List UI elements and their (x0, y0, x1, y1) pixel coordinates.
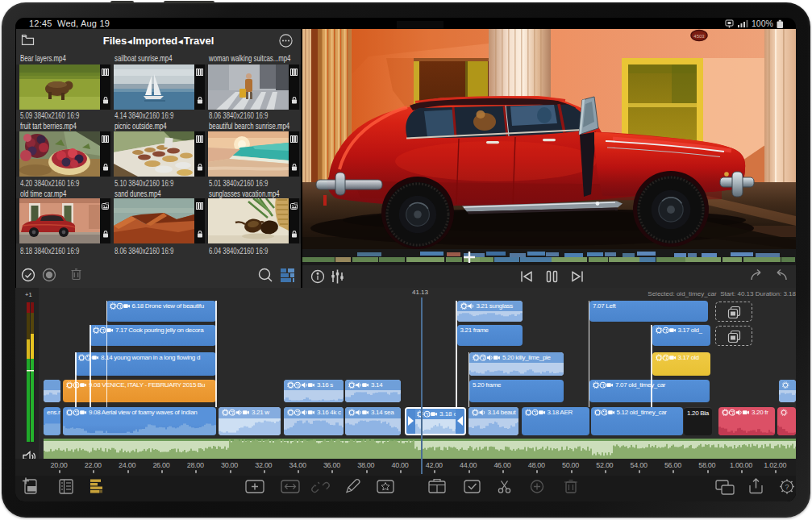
svg-text:?: ? (785, 483, 789, 491)
svg-text:100%: 100% (752, 19, 773, 28)
svg-text:4503: 4503 (693, 34, 705, 39)
